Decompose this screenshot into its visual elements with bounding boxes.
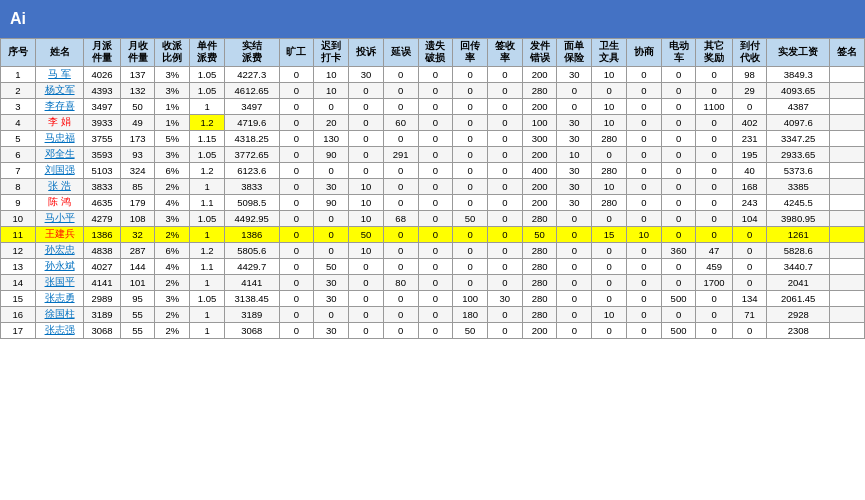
col-name: 姓名 <box>35 39 84 67</box>
col-sign-rate: 签收率 <box>487 39 522 67</box>
col-ev: 电动车 <box>661 39 696 67</box>
wage-table: 序号 姓名 月派件量 月收件量 收派比例 单件派费 实结派费 旷工 迟到打卡 投… <box>0 38 865 339</box>
col-bonus: 其它奖励 <box>696 39 732 67</box>
col-unit-fee: 单件派费 <box>190 39 225 67</box>
app-title: Ai <box>10 10 26 28</box>
col-monthly-dispatch: 月派件量 <box>84 39 120 67</box>
col-complaint: 投诉 <box>349 39 384 67</box>
col-agency: 到付代收 <box>732 39 767 67</box>
col-lost: 遗失破损 <box>418 39 453 67</box>
col-monthly-collect: 月收件量 <box>120 39 155 67</box>
col-hygiene: 卫生文具 <box>592 39 627 67</box>
table-container[interactable]: 序号 姓名 月派件量 月收件量 收派比例 单件派费 实结派费 旷工 迟到打卡 投… <box>0 38 865 500</box>
header-bar: Ai <box>0 0 865 38</box>
col-negotiate: 协商 <box>626 39 661 67</box>
col-actual-wage: 实发工资 <box>767 39 830 67</box>
col-ratio: 收派比例 <box>155 39 190 67</box>
col-insurance: 面单保险 <box>557 39 592 67</box>
col-late: 迟到打卡 <box>314 39 349 67</box>
col-actual-fee: 实结派费 <box>224 39 279 67</box>
col-delay: 延误 <box>383 39 418 67</box>
col-return-rate: 回传率 <box>453 39 488 67</box>
col-absent: 旷工 <box>279 39 314 67</box>
col-signature: 签名 <box>829 39 864 67</box>
col-id: 序号 <box>1 39 36 67</box>
col-dispatch-err: 发件错误 <box>522 39 557 67</box>
